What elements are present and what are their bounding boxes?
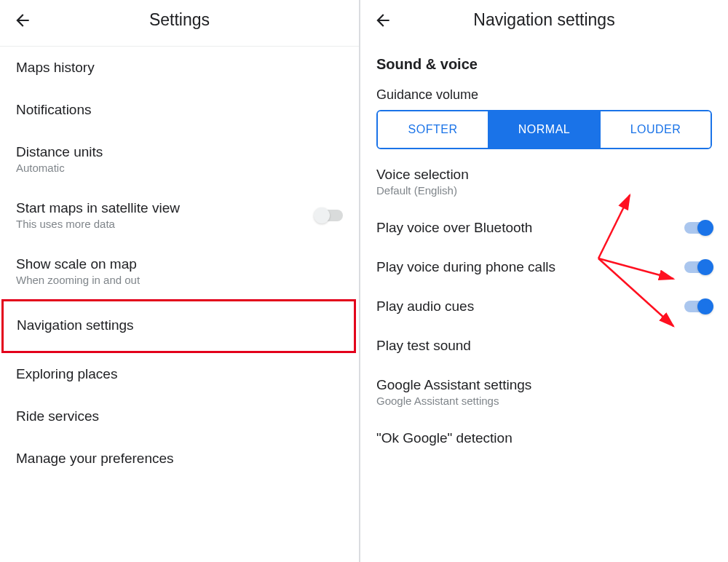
item-label: Notifications — [16, 102, 92, 118]
item-ok-google[interactable]: "Ok Google" detection — [360, 419, 728, 458]
item-navigation-settings[interactable]: Navigation settings — [1, 299, 356, 353]
nav-title: Navigation settings — [392, 10, 696, 30]
item-label: Voice selection — [376, 167, 469, 183]
item-assistant-settings[interactable]: Google Assistant settings Google Assista… — [360, 365, 728, 419]
item-label: Play voice during phone calls — [376, 259, 555, 275]
item-label: Play test sound — [376, 338, 471, 354]
toggle-satellite[interactable] — [315, 210, 343, 221]
item-label: Maps history — [16, 60, 95, 76]
item-label: Ride services — [16, 408, 99, 424]
back-icon[interactable] — [13, 11, 32, 30]
item-show-scale[interactable]: Show scale on map When zooming in and ou… — [0, 243, 359, 299]
item-sub: This uses more data — [16, 218, 180, 230]
item-phone-calls[interactable]: Play voice during phone calls — [360, 248, 728, 287]
item-label: Google Assistant settings — [376, 377, 531, 393]
item-sub: Google Assistant settings — [376, 395, 531, 407]
seg-normal[interactable]: NORMAL — [488, 111, 599, 148]
item-bluetooth[interactable]: Play voice over Bluetooth — [360, 208, 728, 248]
settings-title: Settings — [32, 10, 327, 30]
toggle-audio-cues[interactable] — [684, 301, 712, 312]
item-label: Start maps in satellite view — [16, 200, 180, 216]
seg-louder[interactable]: LOUDER — [599, 111, 711, 148]
item-label: Exploring places — [16, 366, 117, 382]
item-label: Navigation settings — [17, 317, 134, 333]
item-sub: When zooming in and out — [16, 274, 140, 286]
guidance-volume-label: Guidance volume — [360, 77, 728, 110]
item-audio-cues[interactable]: Play audio cues — [360, 287, 728, 326]
item-test-sound[interactable]: Play test sound — [360, 326, 728, 365]
guidance-volume-segmented: SOFTER NORMAL LOUDER — [376, 110, 712, 149]
item-manage-preferences[interactable]: Manage your preferences — [0, 438, 359, 480]
item-ride-services[interactable]: Ride services — [0, 395, 359, 438]
toggle-phone-calls[interactable] — [684, 261, 712, 273]
nav-header: Navigation settings — [360, 0, 728, 43]
back-icon[interactable] — [373, 11, 392, 30]
item-label: Manage your preferences — [16, 451, 174, 467]
settings-header: Settings — [0, 0, 359, 43]
item-maps-history[interactable]: Maps history — [0, 47, 359, 89]
item-label: Distance units — [16, 144, 103, 160]
item-label: Show scale on map — [16, 256, 140, 272]
item-sub: Automatic — [16, 162, 103, 174]
item-sub: Default (English) — [376, 184, 469, 197]
settings-list: Maps history Notifications Distance unit… — [0, 47, 359, 480]
item-label: "Ok Google" detection — [376, 430, 513, 446]
toggle-bluetooth[interactable] — [684, 222, 712, 234]
item-satellite-view[interactable]: Start maps in satellite view This uses m… — [0, 187, 359, 243]
navigation-settings-panel: Navigation settings Sound & voice Guidan… — [360, 0, 728, 562]
item-voice-selection[interactable]: Voice selection Default (English) — [360, 155, 728, 208]
settings-panel: Settings Maps history Notifications Dist… — [0, 0, 360, 562]
item-label: Play audio cues — [376, 298, 474, 314]
item-notifications[interactable]: Notifications — [0, 89, 359, 131]
item-distance-units[interactable]: Distance units Automatic — [0, 131, 359, 187]
section-sound-voice: Sound & voice — [360, 43, 728, 77]
seg-softer[interactable]: SOFTER — [378, 111, 488, 148]
item-label: Play voice over Bluetooth — [376, 220, 532, 236]
item-exploring-places[interactable]: Exploring places — [0, 353, 359, 395]
